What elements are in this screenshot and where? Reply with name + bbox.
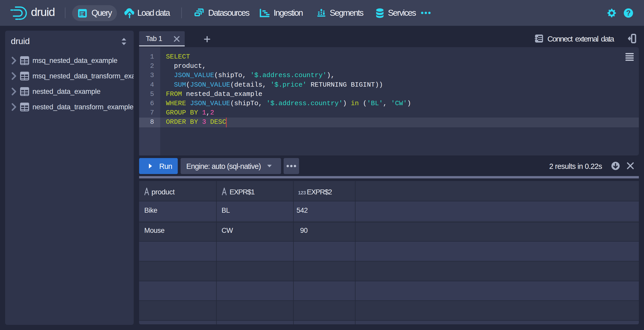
svg-text:?: ? <box>626 9 631 17</box>
